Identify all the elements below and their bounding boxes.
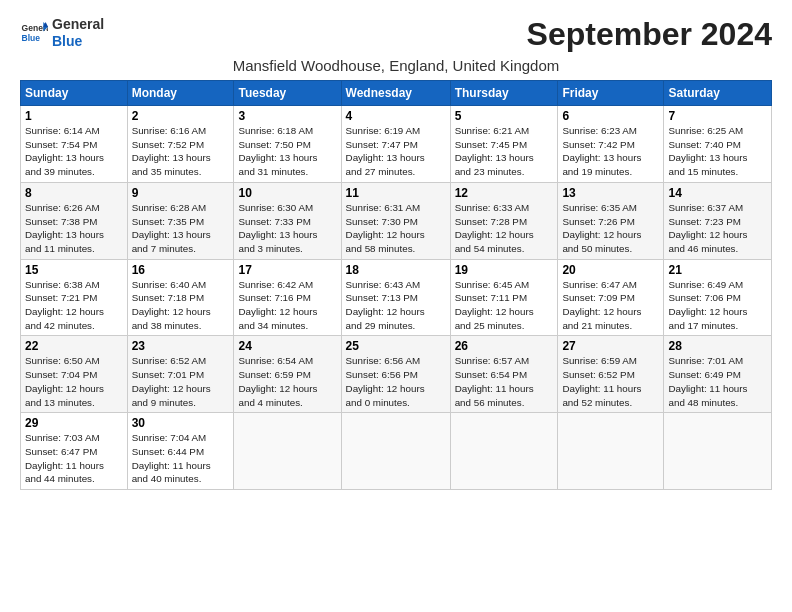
logo: General Blue General Blue xyxy=(20,16,104,50)
day-number: 10 xyxy=(238,186,336,200)
day-info: Sunrise: 7:01 AM Sunset: 6:49 PM Dayligh… xyxy=(668,354,767,409)
header-day-saturday: Saturday xyxy=(664,81,772,106)
day-number: 27 xyxy=(562,339,659,353)
calendar-cell: 13Sunrise: 6:35 AM Sunset: 7:26 PM Dayli… xyxy=(558,182,664,259)
calendar-cell: 21Sunrise: 6:49 AM Sunset: 7:06 PM Dayli… xyxy=(664,259,772,336)
calendar-cell: 26Sunrise: 6:57 AM Sunset: 6:54 PM Dayli… xyxy=(450,336,558,413)
day-number: 21 xyxy=(668,263,767,277)
day-number: 16 xyxy=(132,263,230,277)
day-number: 12 xyxy=(455,186,554,200)
day-number: 1 xyxy=(25,109,123,123)
calendar-cell: 24Sunrise: 6:54 AM Sunset: 6:59 PM Dayli… xyxy=(234,336,341,413)
calendar-cell: 12Sunrise: 6:33 AM Sunset: 7:28 PM Dayli… xyxy=(450,182,558,259)
calendar-cell: 4Sunrise: 6:19 AM Sunset: 7:47 PM Daylig… xyxy=(341,106,450,183)
day-number: 14 xyxy=(668,186,767,200)
calendar-cell: 11Sunrise: 6:31 AM Sunset: 7:30 PM Dayli… xyxy=(341,182,450,259)
day-info: Sunrise: 6:40 AM Sunset: 7:18 PM Dayligh… xyxy=(132,278,230,333)
day-number: 3 xyxy=(238,109,336,123)
day-info: Sunrise: 6:57 AM Sunset: 6:54 PM Dayligh… xyxy=(455,354,554,409)
day-number: 7 xyxy=(668,109,767,123)
day-number: 9 xyxy=(132,186,230,200)
day-number: 5 xyxy=(455,109,554,123)
day-info: Sunrise: 6:19 AM Sunset: 7:47 PM Dayligh… xyxy=(346,124,446,179)
day-info: Sunrise: 6:16 AM Sunset: 7:52 PM Dayligh… xyxy=(132,124,230,179)
day-info: Sunrise: 6:33 AM Sunset: 7:28 PM Dayligh… xyxy=(455,201,554,256)
day-number: 4 xyxy=(346,109,446,123)
day-info: Sunrise: 6:31 AM Sunset: 7:30 PM Dayligh… xyxy=(346,201,446,256)
calendar-cell: 22Sunrise: 6:50 AM Sunset: 7:04 PM Dayli… xyxy=(21,336,128,413)
day-info: Sunrise: 6:47 AM Sunset: 7:09 PM Dayligh… xyxy=(562,278,659,333)
calendar-cell xyxy=(558,413,664,490)
day-info: Sunrise: 6:56 AM Sunset: 6:56 PM Dayligh… xyxy=(346,354,446,409)
calendar-cell: 16Sunrise: 6:40 AM Sunset: 7:18 PM Dayli… xyxy=(127,259,234,336)
header-day-friday: Friday xyxy=(558,81,664,106)
calendar-cell: 9Sunrise: 6:28 AM Sunset: 7:35 PM Daylig… xyxy=(127,182,234,259)
day-info: Sunrise: 6:43 AM Sunset: 7:13 PM Dayligh… xyxy=(346,278,446,333)
day-number: 19 xyxy=(455,263,554,277)
calendar-cell: 20Sunrise: 6:47 AM Sunset: 7:09 PM Dayli… xyxy=(558,259,664,336)
day-info: Sunrise: 6:49 AM Sunset: 7:06 PM Dayligh… xyxy=(668,278,767,333)
logo-icon: General Blue xyxy=(20,19,48,47)
day-number: 13 xyxy=(562,186,659,200)
day-info: Sunrise: 6:26 AM Sunset: 7:38 PM Dayligh… xyxy=(25,201,123,256)
day-number: 29 xyxy=(25,416,123,430)
day-info: Sunrise: 7:04 AM Sunset: 6:44 PM Dayligh… xyxy=(132,431,230,486)
day-number: 24 xyxy=(238,339,336,353)
logo-text: General Blue xyxy=(52,16,104,50)
day-number: 30 xyxy=(132,416,230,430)
day-info: Sunrise: 6:35 AM Sunset: 7:26 PM Dayligh… xyxy=(562,201,659,256)
day-info: Sunrise: 6:52 AM Sunset: 7:01 PM Dayligh… xyxy=(132,354,230,409)
day-info: Sunrise: 6:42 AM Sunset: 7:16 PM Dayligh… xyxy=(238,278,336,333)
day-info: Sunrise: 6:54 AM Sunset: 6:59 PM Dayligh… xyxy=(238,354,336,409)
calendar-cell: 10Sunrise: 6:30 AM Sunset: 7:33 PM Dayli… xyxy=(234,182,341,259)
day-number: 2 xyxy=(132,109,230,123)
calendar-cell: 2Sunrise: 6:16 AM Sunset: 7:52 PM Daylig… xyxy=(127,106,234,183)
day-info: Sunrise: 6:23 AM Sunset: 7:42 PM Dayligh… xyxy=(562,124,659,179)
day-number: 8 xyxy=(25,186,123,200)
day-info: Sunrise: 6:59 AM Sunset: 6:52 PM Dayligh… xyxy=(562,354,659,409)
calendar-cell: 7Sunrise: 6:25 AM Sunset: 7:40 PM Daylig… xyxy=(664,106,772,183)
calendar-cell xyxy=(450,413,558,490)
calendar-table: SundayMondayTuesdayWednesdayThursdayFrid… xyxy=(20,80,772,490)
calendar-cell: 14Sunrise: 6:37 AM Sunset: 7:23 PM Dayli… xyxy=(664,182,772,259)
calendar-cell: 6Sunrise: 6:23 AM Sunset: 7:42 PM Daylig… xyxy=(558,106,664,183)
header-day-sunday: Sunday xyxy=(21,81,128,106)
calendar-cell xyxy=(341,413,450,490)
header-day-thursday: Thursday xyxy=(450,81,558,106)
day-info: Sunrise: 6:18 AM Sunset: 7:50 PM Dayligh… xyxy=(238,124,336,179)
day-info: Sunrise: 7:03 AM Sunset: 6:47 PM Dayligh… xyxy=(25,431,123,486)
header-day-wednesday: Wednesday xyxy=(341,81,450,106)
header-day-tuesday: Tuesday xyxy=(234,81,341,106)
day-info: Sunrise: 6:28 AM Sunset: 7:35 PM Dayligh… xyxy=(132,201,230,256)
subtitle: Mansfield Woodhouse, England, United Kin… xyxy=(20,57,772,74)
day-number: 28 xyxy=(668,339,767,353)
calendar-cell: 19Sunrise: 6:45 AM Sunset: 7:11 PM Dayli… xyxy=(450,259,558,336)
day-number: 11 xyxy=(346,186,446,200)
calendar-cell: 17Sunrise: 6:42 AM Sunset: 7:16 PM Dayli… xyxy=(234,259,341,336)
calendar-cell: 3Sunrise: 6:18 AM Sunset: 7:50 PM Daylig… xyxy=(234,106,341,183)
calendar-cell: 27Sunrise: 6:59 AM Sunset: 6:52 PM Dayli… xyxy=(558,336,664,413)
day-number: 23 xyxy=(132,339,230,353)
calendar-cell: 8Sunrise: 6:26 AM Sunset: 7:38 PM Daylig… xyxy=(21,182,128,259)
day-number: 22 xyxy=(25,339,123,353)
calendar-cell: 18Sunrise: 6:43 AM Sunset: 7:13 PM Dayli… xyxy=(341,259,450,336)
calendar-cell: 25Sunrise: 6:56 AM Sunset: 6:56 PM Dayli… xyxy=(341,336,450,413)
day-number: 18 xyxy=(346,263,446,277)
calendar-cell xyxy=(234,413,341,490)
day-info: Sunrise: 6:14 AM Sunset: 7:54 PM Dayligh… xyxy=(25,124,123,179)
day-info: Sunrise: 6:50 AM Sunset: 7:04 PM Dayligh… xyxy=(25,354,123,409)
day-info: Sunrise: 6:38 AM Sunset: 7:21 PM Dayligh… xyxy=(25,278,123,333)
day-number: 26 xyxy=(455,339,554,353)
day-number: 25 xyxy=(346,339,446,353)
day-number: 20 xyxy=(562,263,659,277)
calendar-cell xyxy=(664,413,772,490)
day-number: 17 xyxy=(238,263,336,277)
month-title: September 2024 xyxy=(527,16,772,53)
calendar-cell: 1Sunrise: 6:14 AM Sunset: 7:54 PM Daylig… xyxy=(21,106,128,183)
day-number: 15 xyxy=(25,263,123,277)
svg-text:Blue: Blue xyxy=(22,33,41,43)
calendar-cell: 15Sunrise: 6:38 AM Sunset: 7:21 PM Dayli… xyxy=(21,259,128,336)
day-info: Sunrise: 6:45 AM Sunset: 7:11 PM Dayligh… xyxy=(455,278,554,333)
day-info: Sunrise: 6:30 AM Sunset: 7:33 PM Dayligh… xyxy=(238,201,336,256)
calendar-cell: 30Sunrise: 7:04 AM Sunset: 6:44 PM Dayli… xyxy=(127,413,234,490)
